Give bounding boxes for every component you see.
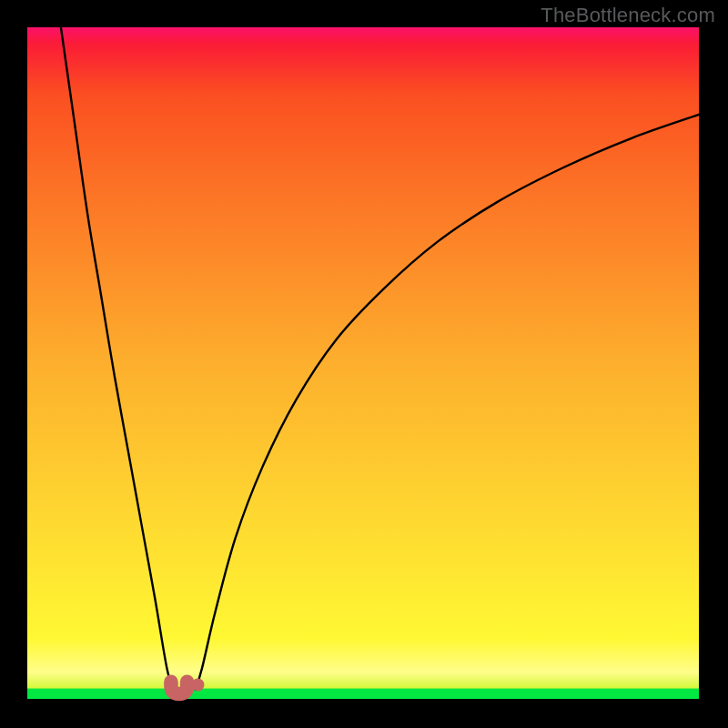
bottleneck-chart (0, 0, 728, 728)
marker-dot (191, 678, 204, 691)
chart-frame: TheBottleneck.com (0, 0, 728, 728)
watermark-text: TheBottleneck.com (541, 4, 715, 27)
gradient-background (27, 27, 699, 699)
